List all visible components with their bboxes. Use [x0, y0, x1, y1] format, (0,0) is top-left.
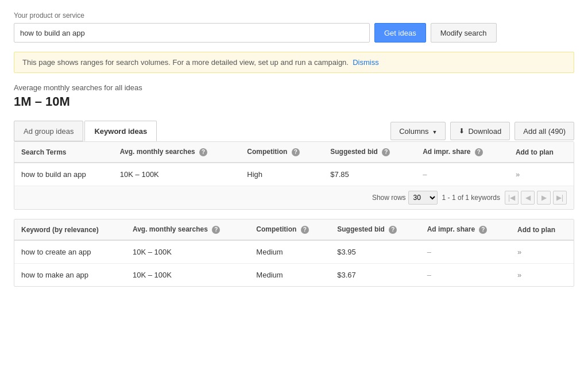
help-icon-competition[interactable]: ? [292, 148, 300, 156]
col-search-terms: Search Terms [14, 142, 113, 163]
help-icon-ki-ad-impr-share[interactable]: ? [479, 226, 487, 234]
table-row: how to make an app 10K – 100K Medium $3.… [14, 264, 574, 287]
notice-text: This page shows ranges for search volume… [22, 58, 349, 67]
col-add-to-plan: Add to plan [509, 142, 574, 163]
pagination-row: Show rows 30 50 100 1 - 1 of 1 keywords … [14, 186, 574, 209]
notice-bar: This page shows ranges for search volume… [14, 52, 574, 73]
col-ki-suggested-bid: Suggested bid ? [330, 219, 420, 240]
keyword-ideas-header-row: Keyword (by relevance) Avg. monthly sear… [14, 219, 574, 240]
page-wrapper: Your product or service Get ideas Modify… [0, 0, 588, 298]
columns-label: Columns [399, 127, 428, 136]
help-icon-avg-monthly[interactable]: ? [199, 148, 207, 156]
cell-ki-impr-0: – [420, 240, 510, 264]
search-row: Get ideas Modify search [14, 23, 574, 43]
table-row: how to create an app 10K – 100K Medium $… [14, 240, 574, 264]
keyword-ideas-table: Keyword (by relevance) Avg. monthly sear… [14, 219, 574, 286]
download-label: Download [468, 127, 501, 136]
cell-ki-avg-0: 10K – 100K [126, 240, 249, 264]
cell-ki-comp-0: Medium [249, 240, 330, 264]
table-row: how to build an app 10K – 100K High $7.8… [14, 163, 574, 186]
search-label: Your product or service [14, 11, 574, 20]
search-terms-table: Search Terms Avg. monthly searches ? Com… [14, 142, 574, 186]
col-ki-competition: Competition ? [249, 219, 330, 240]
first-page-button[interactable]: |◀ [505, 191, 519, 205]
prev-page-button[interactable]: ◀ [521, 191, 535, 205]
page-nav: |◀ ◀ ▶ ▶| [505, 191, 567, 205]
tab-ad-group-ideas[interactable]: Ad group ideas [14, 121, 83, 141]
rows-per-page-select[interactable]: 30 50 100 [408, 191, 438, 205]
col-ad-impr-share: Ad impr. share ? [416, 142, 509, 163]
help-icon-ad-impr-share[interactable]: ? [475, 148, 483, 156]
toolbar-right: Columns ⬇ Download Add all (490) [390, 122, 574, 140]
col-ki-add-to-plan: Add to plan [510, 219, 574, 240]
tabs-toolbar: Ad group ideas Keyword ideas Columns ⬇ D… [14, 121, 574, 141]
cell-add-to-plan[interactable]: » [509, 163, 574, 186]
get-ideas-button[interactable]: Get ideas [374, 23, 426, 43]
cell-ki-plan-0[interactable]: » [510, 240, 574, 264]
chevron-down-icon [432, 127, 438, 136]
show-rows: Show rows 30 50 100 [372, 191, 438, 205]
modify-search-button[interactable]: Modify search [431, 23, 497, 43]
tabs-container: Ad group ideas Keyword ideas [14, 121, 158, 141]
col-ki-ad-impr-share: Ad impr. share ? [420, 219, 510, 240]
cell-suggested-bid: $7.85 [323, 163, 416, 186]
cell-ki-comp-1: Medium [249, 264, 330, 287]
col-ki-avg-monthly: Avg. monthly searches ? [126, 219, 249, 240]
col-keyword: Keyword (by relevance) [14, 219, 126, 240]
cell-term: how to build an app [14, 163, 113, 186]
stats-section: Average monthly searches for all ideas 1… [14, 83, 574, 109]
section-gap [14, 210, 574, 219]
search-terms-header-row: Search Terms Avg. monthly searches ? Com… [14, 142, 574, 163]
page-info: 1 - 1 of 1 keywords [442, 194, 500, 202]
cell-avg-monthly: 10K – 100K [113, 163, 241, 186]
help-icon-suggested-bid[interactable]: ? [382, 148, 390, 156]
cell-keyword-0: how to create an app [14, 240, 126, 264]
cell-ki-avg-1: 10K – 100K [126, 264, 249, 287]
cell-ki-plan-1[interactable]: » [510, 264, 574, 287]
cell-ki-impr-1: – [420, 264, 510, 287]
cell-competition: High [240, 163, 323, 186]
col-competition: Competition ? [240, 142, 323, 163]
help-icon-ki-avg-monthly[interactable]: ? [212, 226, 220, 234]
download-button[interactable]: ⬇ Download [450, 122, 510, 140]
search-section: Your product or service Get ideas Modify… [14, 11, 574, 43]
add-all-button[interactable]: Add all (490) [514, 122, 574, 140]
cell-ki-bid-1: $3.67 [330, 264, 420, 287]
col-avg-monthly: Avg. monthly searches ? [113, 142, 241, 163]
search-terms-table-section: Search Terms Avg. monthly searches ? Com… [14, 141, 574, 210]
next-page-button[interactable]: ▶ [537, 191, 551, 205]
cell-keyword-1: how to make an app [14, 264, 126, 287]
dismiss-link[interactable]: Dismiss [353, 58, 379, 67]
help-icon-ki-competition[interactable]: ? [301, 226, 309, 234]
stats-label: Average monthly searches for all ideas [14, 83, 574, 92]
col-suggested-bid: Suggested bid ? [323, 142, 416, 163]
add-all-label: Add all (490) [523, 127, 566, 136]
show-rows-label: Show rows [372, 194, 406, 202]
search-input[interactable] [14, 23, 370, 43]
cell-ad-impr-share: – [416, 163, 509, 186]
cell-ki-bid-0: $3.95 [330, 240, 420, 264]
help-icon-ki-suggested-bid[interactable]: ? [389, 226, 397, 234]
keyword-ideas-table-section: Keyword (by relevance) Avg. monthly sear… [14, 219, 574, 287]
last-page-button[interactable]: ▶| [553, 191, 567, 205]
stats-value: 1M – 10M [14, 94, 574, 109]
download-icon: ⬇ [459, 127, 465, 135]
tab-keyword-ideas[interactable]: Keyword ideas [84, 121, 157, 141]
columns-button[interactable]: Columns [390, 122, 446, 140]
